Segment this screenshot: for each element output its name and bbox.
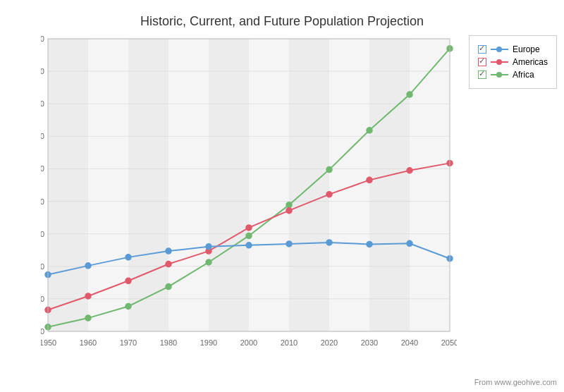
legend-item-africa: Africa [478,70,548,80]
svg-text:800: 800 [41,230,44,238]
svg-text:1800: 1800 [41,67,44,75]
main-chart: 2004006008001000120014001600180020001950… [41,32,457,356]
svg-text:600: 600 [41,262,44,271]
svg-rect-2 [128,39,168,331]
svg-point-60 [367,177,372,183]
legend-checkbox-europe [478,45,486,54]
svg-point-61 [407,168,412,173]
svg-text:400: 400 [41,295,44,303]
svg-text:2000: 2000 [41,35,44,43]
chart-container: Historic, Current, and Future Population… [0,0,564,392]
svg-rect-1 [88,39,128,331]
svg-point-46 [246,233,252,238]
svg-point-67 [206,244,212,250]
svg-point-58 [286,208,292,214]
svg-text:1600: 1600 [41,99,44,108]
legend-label-americas: Americas [513,57,548,67]
legend-item-europe: Europe [478,44,548,54]
legend-line-africa [491,74,508,75]
svg-point-57 [246,225,252,231]
svg-text:2030: 2030 [361,338,378,347]
svg-point-72 [407,240,412,246]
legend-line-americas [491,61,508,63]
legend-checkbox-africa [478,71,486,79]
svg-text:200: 200 [41,327,44,336]
svg-text:2050: 2050 [441,338,457,347]
svg-point-42 [85,315,91,321]
legend-dot-americas [496,59,502,65]
svg-point-69 [286,241,292,247]
svg-rect-3 [168,39,209,331]
svg-text:1960: 1960 [80,338,97,347]
svg-rect-9 [410,39,450,331]
svg-text:1980: 1980 [160,338,177,347]
svg-point-44 [166,284,171,290]
svg-rect-7 [329,39,369,331]
legend-line-europe [491,49,508,50]
source-text: From www.geohive.com [474,378,557,386]
svg-text:2020: 2020 [321,338,338,347]
legend-label-europe: Europe [513,44,540,54]
svg-text:1970: 1970 [120,338,137,347]
legend-dot-europe [496,47,502,52]
svg-point-43 [125,303,131,309]
legend-checkbox-americas [478,58,486,66]
svg-point-59 [326,192,332,197]
svg-text:1200: 1200 [41,164,44,173]
svg-point-71 [367,241,372,247]
svg-point-65 [125,255,131,260]
svg-point-70 [326,240,332,245]
svg-point-45 [206,259,212,265]
svg-point-64 [85,263,91,269]
svg-rect-8 [369,39,410,331]
svg-rect-6 [289,39,329,331]
svg-text:2010: 2010 [281,338,298,347]
svg-text:1990: 1990 [200,338,217,347]
svg-point-50 [407,92,412,97]
svg-text:1950: 1950 [41,338,56,347]
svg-text:1000: 1000 [41,197,44,206]
svg-text:1400: 1400 [41,132,44,140]
svg-point-53 [85,293,91,299]
legend-item-americas: Americas [478,57,548,67]
svg-point-55 [166,262,171,267]
svg-point-49 [367,128,372,133]
svg-text:2040: 2040 [401,338,418,347]
svg-point-54 [125,278,131,283]
svg-point-48 [326,167,332,173]
chart-title: Historic, Current, and Future Population… [7,7,557,32]
legend-dot-africa [496,72,502,78]
svg-point-47 [286,202,292,208]
svg-rect-5 [249,39,289,331]
svg-point-68 [246,243,252,248]
legend: Europe Americas Africa [469,35,557,89]
svg-text:2000: 2000 [240,338,257,347]
legend-label-africa: Africa [513,70,534,80]
svg-point-66 [166,248,171,254]
svg-rect-0 [48,39,88,331]
svg-rect-4 [209,39,249,331]
